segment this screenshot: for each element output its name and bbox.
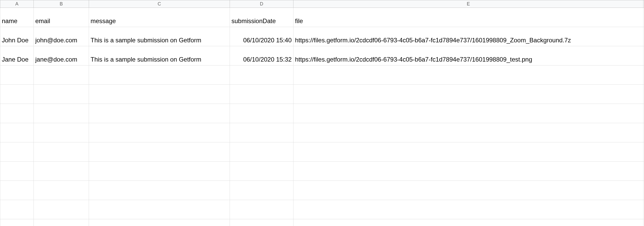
cell[interactable] — [89, 181, 230, 200]
cell[interactable]: This is a sample submission on Getform — [89, 46, 230, 65]
cell[interactable] — [34, 162, 89, 181]
cell[interactable]: John Doe — [0, 27, 34, 46]
cell[interactable] — [0, 65, 34, 84]
cell[interactable] — [34, 85, 89, 104]
cell[interactable] — [34, 142, 89, 161]
table-row — [0, 142, 644, 162]
cell[interactable] — [0, 142, 34, 161]
cell[interactable]: jane@doe.com — [34, 46, 89, 65]
cell[interactable] — [0, 200, 34, 219]
cell[interactable] — [230, 65, 293, 84]
cell[interactable] — [34, 123, 89, 142]
cell[interactable] — [293, 85, 643, 104]
cell[interactable]: 06/10/2020 15:40 — [230, 27, 293, 46]
cell[interactable]: name — [0, 8, 34, 27]
table-row: John Doe john@doe.com This is a sample s… — [0, 27, 644, 46]
cell[interactable] — [89, 65, 230, 84]
cell[interactable] — [230, 142, 293, 161]
cell[interactable] — [293, 162, 643, 181]
cell[interactable] — [89, 200, 230, 219]
cell[interactable] — [89, 162, 230, 181]
cell[interactable] — [34, 181, 89, 200]
cell[interactable] — [0, 181, 34, 200]
cell[interactable] — [0, 85, 34, 104]
column-header-b[interactable]: B — [34, 0, 89, 8]
cell[interactable] — [230, 85, 293, 104]
cell[interactable] — [293, 219, 643, 226]
cell[interactable] — [34, 219, 89, 226]
cell[interactable] — [230, 219, 293, 226]
cell[interactable] — [293, 104, 643, 123]
cell[interactable]: submissionDate — [230, 8, 293, 27]
cell[interactable] — [89, 104, 230, 123]
cell[interactable] — [34, 104, 89, 123]
cell[interactable] — [34, 65, 89, 84]
cell[interactable]: john@doe.com — [34, 27, 89, 46]
table-row — [0, 181, 644, 200]
table-row: Jane Doe jane@doe.com This is a sample s… — [0, 46, 644, 65]
cell[interactable] — [293, 200, 643, 219]
cell[interactable]: file — [293, 8, 643, 27]
cell[interactable] — [293, 181, 643, 200]
column-header-e[interactable]: E — [293, 0, 643, 8]
spreadsheet: A B C D E name email message submissionD… — [0, 0, 644, 226]
cell[interactable]: Jane Doe — [0, 46, 34, 65]
cell[interactable] — [0, 219, 34, 226]
cell[interactable] — [293, 123, 643, 142]
cell[interactable] — [230, 104, 293, 123]
cell[interactable] — [230, 162, 293, 181]
table-row: name email message submissionDate file — [0, 8, 644, 27]
cell[interactable] — [230, 181, 293, 200]
table-row — [0, 162, 644, 181]
column-header-c[interactable]: C — [89, 0, 230, 8]
cell[interactable] — [230, 123, 293, 142]
cell[interactable] — [89, 219, 230, 226]
cell[interactable]: This is a sample submission on Getform — [89, 27, 230, 46]
cell[interactable] — [0, 104, 34, 123]
cell[interactable] — [230, 200, 293, 219]
table-row — [0, 65, 644, 85]
column-header-a[interactable]: A — [0, 0, 34, 8]
column-header-row: A B C D E — [0, 0, 644, 8]
cell[interactable] — [34, 200, 89, 219]
cell[interactable] — [293, 65, 643, 84]
table-row — [0, 219, 644, 226]
table-row — [0, 200, 644, 219]
cell[interactable] — [0, 162, 34, 181]
column-header-d[interactable]: D — [230, 0, 293, 8]
table-row — [0, 104, 644, 123]
table-row — [0, 85, 644, 104]
cell[interactable]: 06/10/2020 15:32 — [230, 46, 293, 65]
cell[interactable]: https://files.getform.io/2cdcdf06-6793-4… — [293, 46, 643, 65]
table-row — [0, 123, 644, 142]
cell[interactable] — [293, 142, 643, 161]
cell[interactable] — [89, 85, 230, 104]
cell[interactable]: email — [34, 8, 89, 27]
cell[interactable] — [89, 123, 230, 142]
cell[interactable]: https://files.getform.io/2cdcdf06-6793-4… — [293, 27, 643, 46]
cell[interactable]: message — [89, 8, 230, 27]
cell[interactable] — [89, 142, 230, 161]
cell[interactable] — [0, 123, 34, 142]
